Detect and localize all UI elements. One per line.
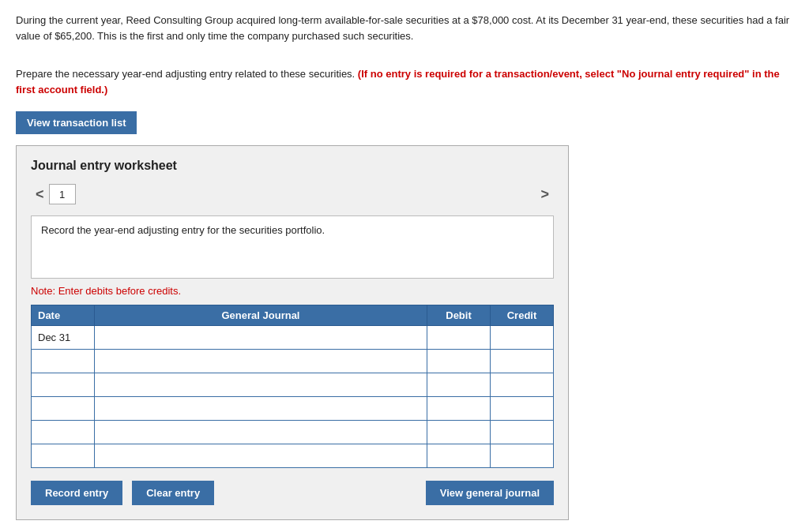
date-cell-4 xyxy=(32,397,95,421)
gj-cell-4[interactable] xyxy=(95,397,427,421)
page-number-box: 1 xyxy=(49,184,76,204)
table-row xyxy=(32,350,554,373)
gj-cell-2[interactable] xyxy=(95,350,427,373)
gj-cell-3[interactable] xyxy=(95,373,427,397)
col-header-date: Date xyxy=(32,305,95,326)
clear-entry-button[interactable]: Clear entry xyxy=(132,481,214,505)
debit-cell-1[interactable] xyxy=(427,326,491,350)
entry-description-box: Record the year-end adjusting entry for … xyxy=(31,215,554,279)
view-transaction-button[interactable]: View transaction list xyxy=(16,111,137,134)
debit-cell-2[interactable] xyxy=(427,350,491,373)
date-cell-3 xyxy=(32,373,95,397)
entry-description-text: Record the year-end adjusting entry for … xyxy=(41,224,325,236)
record-entry-button[interactable]: Record entry xyxy=(31,481,122,505)
gj-cell-1[interactable] xyxy=(95,326,427,350)
worksheet-container: Journal entry worksheet < 1 > Record the… xyxy=(16,145,569,520)
date-cell-1: Dec 31 xyxy=(32,326,95,350)
table-row: Dec 31 xyxy=(32,326,554,350)
gj-cell-6[interactable] xyxy=(95,444,427,468)
debit-cell-6[interactable] xyxy=(427,444,491,468)
worksheet-title: Journal entry worksheet xyxy=(31,159,554,173)
credit-cell-1[interactable] xyxy=(491,326,554,350)
table-row xyxy=(32,421,554,444)
intro-paragraph2: Prepare the necessary year-end adjusting… xyxy=(16,66,793,97)
page-number: 1 xyxy=(59,189,65,200)
intro-paragraph1: During the current year, Reed Consulting… xyxy=(16,13,793,43)
table-row xyxy=(32,397,554,421)
col-header-credit: Credit xyxy=(491,305,554,326)
col-header-gj: General Journal xyxy=(95,305,427,326)
date-cell-5 xyxy=(32,421,95,444)
table-row xyxy=(32,444,554,468)
credit-cell-2[interactable] xyxy=(491,350,554,373)
debit-cell-5[interactable] xyxy=(427,421,491,444)
debit-cell-4[interactable] xyxy=(427,397,491,421)
credit-cell-4[interactable] xyxy=(491,397,554,421)
col-header-debit: Debit xyxy=(427,305,491,326)
next-page-button[interactable]: > xyxy=(536,185,554,204)
table-row xyxy=(32,373,554,397)
date-cell-6 xyxy=(32,444,95,468)
credit-cell-3[interactable] xyxy=(491,373,554,397)
credit-cell-6[interactable] xyxy=(491,444,554,468)
instruction-plain: Prepare the necessary year-end adjusting… xyxy=(16,68,358,80)
debit-cell-3[interactable] xyxy=(427,373,491,397)
gj-cell-5[interactable] xyxy=(95,421,427,444)
nav-row: < 1 > xyxy=(31,184,554,204)
prev-page-button[interactable]: < xyxy=(31,185,49,204)
button-row: Record entry Clear entry View general jo… xyxy=(31,481,554,505)
credit-cell-5[interactable] xyxy=(491,421,554,444)
date-cell-2 xyxy=(32,350,95,373)
journal-table: Date General Journal Debit Credit Dec 31 xyxy=(31,305,554,468)
view-general-journal-button[interactable]: View general journal xyxy=(426,481,554,505)
note-text: Note: Enter debits before credits. xyxy=(31,285,554,297)
